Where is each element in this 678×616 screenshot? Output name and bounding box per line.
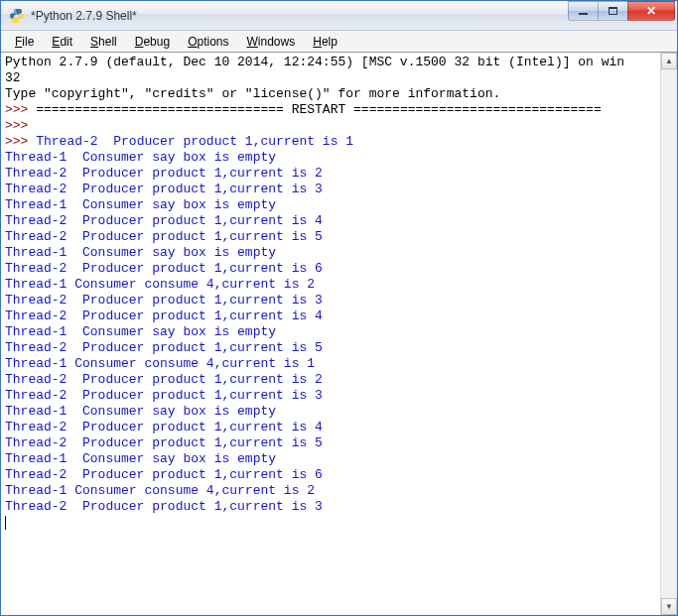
- menu-options[interactable]: Options: [180, 33, 236, 51]
- menu-shell[interactable]: Shell: [82, 33, 125, 51]
- minimize-button[interactable]: [568, 1, 598, 21]
- minimize-icon: [579, 13, 588, 15]
- vertical-scrollbar[interactable]: ▲ ▼: [660, 53, 677, 615]
- svg-point-1: [18, 20, 19, 21]
- python-icon: [9, 8, 25, 24]
- svg-point-0: [15, 10, 16, 11]
- menubar: File Edit Shell Debug Options Windows He…: [1, 31, 677, 53]
- python-shell-window: *Python 2.7.9 Shell* ✕ File Edit Shell D…: [0, 0, 678, 616]
- console-output[interactable]: Python 2.7.9 (default, Dec 10 2014, 12:2…: [1, 53, 660, 615]
- menu-edit[interactable]: Edit: [44, 33, 80, 51]
- scroll-down-button[interactable]: ▼: [661, 598, 677, 615]
- window-title: *Python 2.7.9 Shell*: [31, 9, 568, 23]
- close-button[interactable]: ✕: [627, 1, 675, 21]
- window-controls: ✕: [568, 1, 675, 21]
- maximize-button[interactable]: [598, 1, 627, 21]
- close-icon: ✕: [646, 5, 656, 17]
- menu-windows[interactable]: Windows: [239, 33, 304, 51]
- scroll-up-button[interactable]: ▲: [661, 53, 677, 69]
- console-area: Python 2.7.9 (default, Dec 10 2014, 12:2…: [1, 53, 677, 615]
- scrollbar-track[interactable]: [661, 69, 677, 598]
- menu-help[interactable]: Help: [305, 33, 345, 51]
- maximize-icon: [609, 7, 617, 15]
- titlebar[interactable]: *Python 2.7.9 Shell* ✕: [1, 1, 677, 31]
- menu-debug[interactable]: Debug: [127, 33, 178, 51]
- menu-file[interactable]: File: [7, 33, 42, 51]
